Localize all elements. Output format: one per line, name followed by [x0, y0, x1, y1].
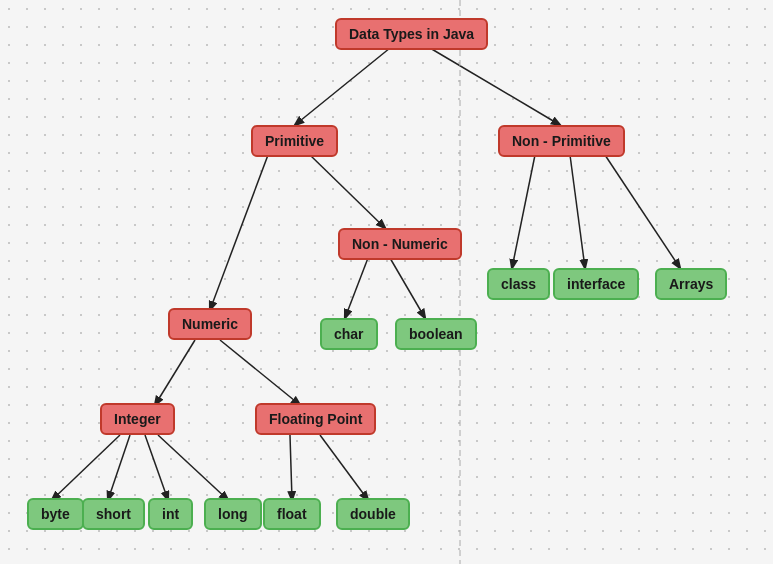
node-char: char	[320, 318, 378, 350]
node-interface: interface	[553, 268, 639, 300]
node-floating-point: Floating Point	[255, 403, 376, 435]
node-long: long	[204, 498, 262, 530]
node-short: short	[82, 498, 145, 530]
svg-line-7	[570, 155, 585, 268]
svg-line-14	[158, 435, 228, 500]
svg-line-9	[155, 340, 195, 405]
svg-line-5	[390, 258, 425, 318]
node-float: float	[263, 498, 321, 530]
svg-line-2	[310, 155, 385, 228]
svg-line-1	[430, 48, 560, 125]
node-non-numeric: Non - Numeric	[338, 228, 462, 260]
node-primitive: Primitive	[251, 125, 338, 157]
node-class: class	[487, 268, 550, 300]
svg-line-6	[512, 155, 535, 268]
svg-line-11	[52, 435, 120, 500]
node-non-primitive: Non - Primitive	[498, 125, 625, 157]
node-root: Data Types in Java	[335, 18, 488, 50]
svg-line-0	[295, 48, 390, 125]
svg-line-12	[108, 435, 130, 500]
svg-line-3	[210, 155, 268, 310]
node-double: double	[336, 498, 410, 530]
svg-line-15	[290, 435, 292, 500]
svg-line-16	[320, 435, 368, 500]
svg-line-8	[605, 155, 680, 268]
diagram: Data Types in Java Primitive Non - Primi…	[0, 0, 773, 564]
node-int: int	[148, 498, 193, 530]
node-byte: byte	[27, 498, 84, 530]
node-integer: Integer	[100, 403, 175, 435]
svg-line-10	[220, 340, 300, 405]
svg-line-4	[345, 258, 368, 318]
node-numeric: Numeric	[168, 308, 252, 340]
svg-line-13	[145, 435, 168, 500]
node-arrays: Arrays	[655, 268, 727, 300]
node-boolean: boolean	[395, 318, 477, 350]
